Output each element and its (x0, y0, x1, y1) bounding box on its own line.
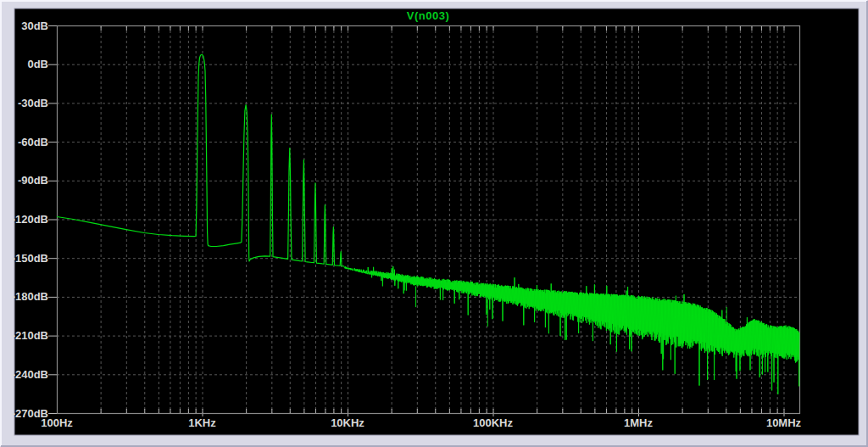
plot-panel (14, 8, 859, 435)
waveform-viewer-window: V(n003) 30dB0dB-30dB-60dB-90dB-120dB-150… (0, 0, 868, 447)
spectrum-plot-canvas[interactable] (0, 0, 868, 447)
